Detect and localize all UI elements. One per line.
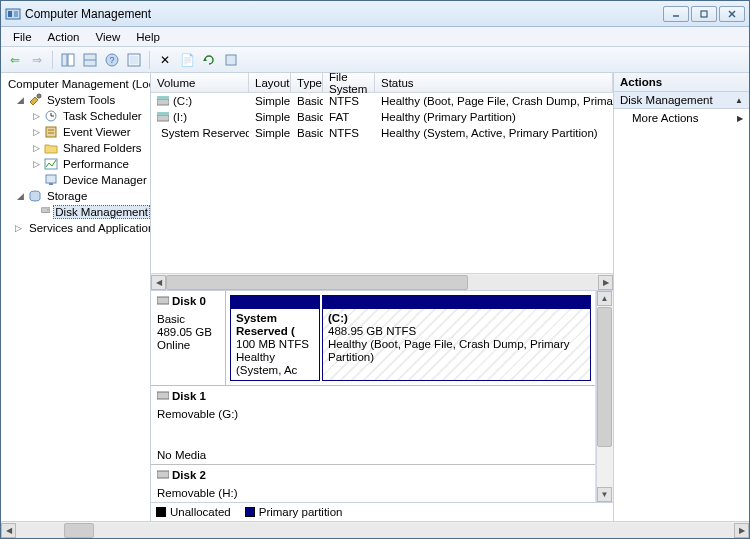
scroll-up-icon[interactable]: ▲: [597, 291, 612, 306]
disk-icon: [157, 469, 169, 481]
tree-storage[interactable]: ◢ Storage: [1, 188, 150, 204]
nav-forward-button[interactable]: ⇒: [27, 50, 47, 70]
disk-row: Disk 0 Basic 489.05 GB Online System Res…: [151, 291, 595, 386]
col-volume[interactable]: Volume: [151, 73, 249, 92]
volume-list: Volume Layout Type File System Status (C…: [151, 73, 613, 291]
disk-icon: [157, 390, 169, 402]
partition-system-reserved[interactable]: System Reserved ( 100 MB NTFS Healthy (S…: [230, 295, 320, 381]
expand-icon[interactable]: ▷: [31, 127, 42, 138]
disk-icon: [157, 295, 169, 307]
col-type[interactable]: Type: [291, 73, 323, 92]
tree-shared-folders[interactable]: ▷ Shared Folders: [1, 140, 150, 156]
svg-text:?: ?: [109, 55, 114, 65]
disk-info[interactable]: Disk 1 Removable (G:) No Media: [151, 386, 595, 464]
chevron-right-icon: ▶: [737, 114, 743, 123]
help-button[interactable]: ?: [102, 50, 122, 70]
svg-rect-36: [157, 115, 169, 121]
actions-header: Actions: [614, 73, 749, 92]
svg-rect-23: [46, 127, 56, 137]
scroll-down-icon[interactable]: ▼: [597, 487, 612, 502]
perf-icon: [44, 157, 58, 171]
tree-root[interactable]: Computer Management (Local: [1, 76, 150, 92]
toolbar: ⇐ ⇒ ? ✕ 📄: [1, 47, 749, 73]
tools-icon: [28, 93, 42, 107]
scroll-right-icon[interactable]: ▶: [598, 275, 613, 290]
tree-services[interactable]: ▷ Services and Applications: [1, 220, 150, 236]
nav-back-button[interactable]: ⇐: [5, 50, 25, 70]
window-title: Computer Management: [25, 7, 151, 21]
svg-marker-15: [203, 58, 207, 61]
actions-group-disk-management[interactable]: Disk Management ▲: [614, 92, 749, 109]
properties-button[interactable]: 📄: [177, 50, 197, 70]
svg-rect-41: [157, 471, 169, 478]
partition-c[interactable]: (C:) 488.95 GB NTFS Healthy (Boot, Page …: [322, 295, 591, 381]
tree-disk-management[interactable]: ▷ Disk Management: [1, 204, 150, 220]
tree-event-viewer[interactable]: ▷ Event Viewer: [1, 124, 150, 140]
svg-point-19: [37, 94, 41, 98]
collapse-icon[interactable]: ◢: [15, 191, 26, 202]
scroll-right-icon[interactable]: ▶: [734, 523, 749, 538]
tree-performance[interactable]: ▷ Performance: [1, 156, 150, 172]
close-button[interactable]: [719, 6, 745, 22]
event-icon: [44, 125, 58, 139]
volume-row[interactable]: (I:) Simple Basic FAT Healthy (Primary P…: [151, 109, 613, 125]
scroll-left-icon[interactable]: ◀: [1, 523, 16, 538]
col-status[interactable]: Status: [375, 73, 613, 92]
svg-rect-27: [46, 175, 56, 183]
toolbar-button-7[interactable]: ✕: [155, 50, 175, 70]
volume-hscroll[interactable]: ◀ ▶: [151, 273, 613, 290]
svg-rect-1: [8, 11, 12, 17]
actions-pane: Actions Disk Management ▲ More Actions ▶: [613, 73, 749, 521]
svg-rect-28: [49, 183, 53, 185]
storage-icon: [28, 189, 42, 203]
app-icon: [5, 6, 21, 22]
tree-device-manager[interactable]: ▷ Device Manager: [1, 172, 150, 188]
outer-hscroll[interactable]: ◀ ▶: [1, 521, 749, 538]
col-layout[interactable]: Layout: [249, 73, 291, 92]
disk-row: Disk 2 Removable (H:) No Media: [151, 465, 595, 502]
svg-rect-37: [157, 112, 169, 115]
svg-rect-2: [14, 11, 18, 17]
svg-rect-30: [41, 208, 49, 213]
scroll-thumb[interactable]: [64, 523, 94, 538]
menu-file[interactable]: File: [5, 29, 40, 45]
expand-icon[interactable]: ▷: [31, 143, 42, 154]
volume-row[interactable]: System Reserved (E:) Simple Basic NTFS H…: [151, 125, 613, 141]
volume-row[interactable]: (C:) Simple Basic NTFS Healthy (Boot, Pa…: [151, 93, 613, 109]
disk-map: Disk 0 Basic 489.05 GB Online System Res…: [151, 291, 613, 502]
menu-help[interactable]: Help: [128, 29, 168, 45]
center-pane: Volume Layout Type File System Status (C…: [151, 73, 613, 521]
refresh-button[interactable]: [199, 50, 219, 70]
menu-action[interactable]: Action: [40, 29, 88, 45]
titlebar: Computer Management: [1, 1, 749, 27]
toolbar-button-10[interactable]: [221, 50, 241, 70]
svg-rect-7: [62, 54, 67, 66]
minimize-button[interactable]: [663, 6, 689, 22]
show-hide-tree-button[interactable]: [58, 50, 78, 70]
col-fs[interactable]: File System: [323, 73, 375, 92]
scroll-thumb[interactable]: [597, 307, 612, 447]
svg-rect-14: [130, 56, 138, 64]
tree-task-scheduler[interactable]: ▷ Task Scheduler: [1, 108, 150, 124]
svg-rect-34: [157, 99, 169, 105]
scroll-thumb[interactable]: [166, 275, 468, 290]
tree-system-tools[interactable]: ◢ System Tools: [1, 92, 150, 108]
svg-rect-35: [157, 96, 169, 99]
toolbar-button-4[interactable]: [80, 50, 100, 70]
expand-icon[interactable]: ▷: [15, 223, 22, 234]
legend-swatch-unallocated: [156, 507, 166, 517]
svg-rect-39: [157, 297, 169, 304]
disk-info[interactable]: Disk 2 Removable (H:) No Media: [151, 465, 595, 502]
expand-icon[interactable]: ▷: [31, 111, 42, 122]
disk-vscroll[interactable]: ▲ ▼: [596, 291, 613, 502]
disk-info[interactable]: Disk 0 Basic 489.05 GB Online: [151, 291, 226, 385]
menu-view[interactable]: View: [88, 29, 129, 45]
disk-row: Disk 1 Removable (G:) No Media: [151, 386, 595, 465]
scroll-left-icon[interactable]: ◀: [151, 275, 166, 290]
expand-icon[interactable]: ▷: [31, 159, 42, 170]
window-frame: Computer Management File Action View Hel…: [0, 0, 750, 539]
maximize-button[interactable]: [691, 6, 717, 22]
toolbar-button-6[interactable]: [124, 50, 144, 70]
actions-more[interactable]: More Actions ▶: [614, 109, 749, 127]
collapse-icon[interactable]: ◢: [15, 95, 26, 106]
